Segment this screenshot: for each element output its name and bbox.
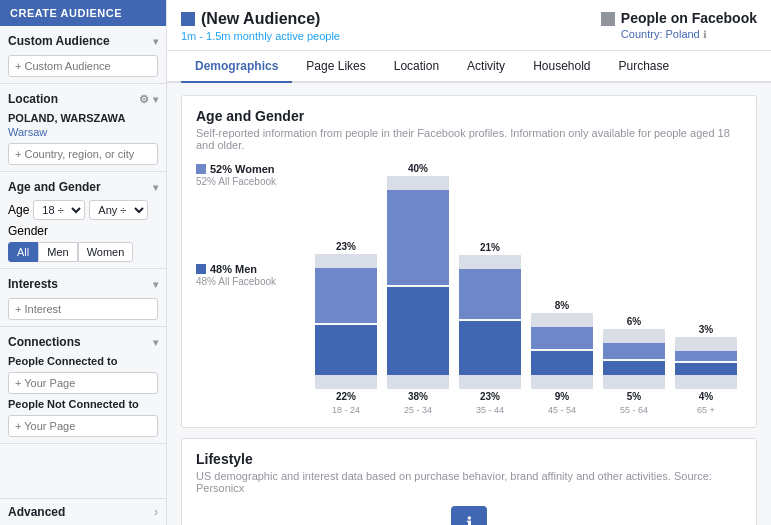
- pof-info: People on Facebook Country: Poland ℹ: [621, 10, 757, 40]
- info-icon[interactable]: ℹ: [703, 29, 707, 40]
- not-connected-to-label: People Not Connected to: [8, 398, 158, 410]
- advanced-toggle[interactable]: Advanced ›: [0, 498, 166, 525]
- bar-men: [603, 361, 665, 375]
- lifestyle-card: Lifestyle US demographic and interest da…: [181, 438, 757, 525]
- sidebar-section-age-gender: Age and Gender ▾ Age 18 ÷ Any ÷ Gender A…: [0, 172, 166, 269]
- legend-men: 48% Men 48% All Facebook: [196, 263, 296, 287]
- bar-women-bg: [459, 255, 521, 319]
- chevron-down-icon: ▾: [153, 279, 158, 290]
- tab-location[interactable]: Location: [380, 51, 453, 83]
- bar-women: [315, 268, 377, 323]
- bar-pair-18-24: 23%22%18 - 24: [315, 241, 377, 415]
- location-city[interactable]: Warsaw: [8, 126, 158, 138]
- bar-men-label: 9%: [555, 391, 569, 402]
- chart-legend: 52% Women 52% All Facebook 48% Men 48% A…: [196, 163, 296, 287]
- age-to-select[interactable]: Any ÷: [89, 200, 148, 220]
- men-allfb-label: 48% All Facebook: [196, 276, 296, 287]
- bar-women: [459, 269, 521, 319]
- bar-women-bg: [387, 176, 449, 285]
- bar-men-bg: [459, 321, 521, 389]
- age-gender-card-title: Age and Gender: [196, 108, 742, 124]
- women-color-dot: [196, 164, 206, 174]
- bar-men-label: 4%: [699, 391, 713, 402]
- location-input[interactable]: [8, 143, 158, 165]
- bar-women: [603, 343, 665, 359]
- age-range-label: 55 - 64: [620, 405, 648, 415]
- bar-men-label: 23%: [480, 391, 500, 402]
- bars-section: 23%22%18 - 2440%38%25 - 3421%23%35 - 448…: [310, 163, 742, 415]
- age-gender-card: Age and Gender Self-reported information…: [181, 95, 757, 428]
- bar-women: [531, 327, 593, 349]
- chevron-down-icon: ▾: [153, 94, 158, 105]
- tab-household[interactable]: Household: [519, 51, 604, 83]
- legend-women: 52% Women 52% All Facebook: [196, 163, 296, 187]
- sidebar-section-location: Location ⚙ ▾ POLAND, WARSZAWA Warsaw: [0, 84, 166, 172]
- connected-page-input[interactable]: [8, 372, 158, 394]
- bar-pair-55-64: 6%5%55 - 64: [603, 316, 665, 415]
- men-percent-label: 48% Men: [210, 263, 257, 275]
- bar-men-bg: [603, 361, 665, 389]
- gender-women-button[interactable]: Women: [78, 242, 134, 262]
- bar-women-label: 21%: [480, 242, 500, 253]
- audience-info: (New Audience) 1m - 1.5m monthly active …: [181, 10, 340, 42]
- audience-title-text: (New Audience): [201, 10, 320, 28]
- bar-women-label: 40%: [408, 163, 428, 174]
- chevron-down-icon: ▾: [153, 182, 158, 193]
- pof-title: People on Facebook: [621, 10, 757, 26]
- bar-women-label: 8%: [555, 300, 569, 311]
- chevron-down-icon: ▾: [153, 337, 158, 348]
- tab-demographics[interactable]: Demographics: [181, 51, 292, 83]
- age-from-select[interactable]: 18 ÷: [33, 200, 85, 220]
- age-range-label: 65 +: [697, 405, 715, 415]
- bar-women-label: 3%: [699, 324, 713, 335]
- gear-icon[interactable]: ⚙: [139, 93, 149, 106]
- bar-women-bg: [603, 329, 665, 359]
- tab-activity[interactable]: Activity: [453, 51, 519, 83]
- location-country: POLAND, WARSZAWA: [8, 112, 158, 124]
- age-gender-card-subtitle: Self-reported information from people in…: [196, 127, 742, 151]
- interest-input[interactable]: [8, 298, 158, 320]
- bar-men: [675, 363, 737, 375]
- women-allfb-label: 52% All Facebook: [196, 176, 296, 187]
- lifestyle-info-icon[interactable]: ℹ: [451, 506, 487, 525]
- interests-label: Interests: [8, 277, 58, 291]
- gender-label: Gender: [8, 224, 158, 238]
- sidebar-section-interests: Interests ▾: [0, 269, 166, 327]
- sidebar-section-connections: Connections ▾ People Connected to People…: [0, 327, 166, 444]
- content-area: Age and Gender Self-reported information…: [167, 83, 771, 525]
- location-toggle[interactable]: Location ⚙ ▾: [8, 90, 158, 108]
- pof-subtitle: Country: Poland ℹ: [621, 28, 757, 40]
- bar-men-label: 5%: [627, 391, 641, 402]
- sidebar: CREATE AUDIENCE Custom Audience ▾ Locati…: [0, 0, 167, 525]
- age-range-label: 45 - 54: [548, 405, 576, 415]
- custom-audience-input[interactable]: [8, 55, 158, 77]
- interests-toggle[interactable]: Interests ▾: [8, 275, 158, 293]
- bar-women: [387, 190, 449, 285]
- chevron-right-icon: ›: [154, 505, 158, 519]
- bar-women: [675, 351, 737, 361]
- connections-label: Connections: [8, 335, 81, 349]
- bar-women-label: 6%: [627, 316, 641, 327]
- gender-men-button[interactable]: Men: [38, 242, 77, 262]
- bar-men-bg: [387, 287, 449, 389]
- age-text-label: Age: [8, 203, 29, 217]
- bar-men-bg: [315, 325, 377, 389]
- custom-audience-toggle[interactable]: Custom Audience ▾: [8, 32, 158, 50]
- gender-all-button[interactable]: All: [8, 242, 38, 262]
- age-range-label: 18 - 24: [332, 405, 360, 415]
- pof-icon: [601, 12, 615, 26]
- bar-men: [459, 321, 521, 375]
- people-on-facebook-section: People on Facebook Country: Poland ℹ: [601, 10, 757, 40]
- bar-women-bg: [315, 254, 377, 323]
- not-connected-page-input[interactable]: [8, 415, 158, 437]
- connections-toggle[interactable]: Connections ▾: [8, 333, 158, 351]
- bar-men: [387, 287, 449, 375]
- age-gender-label: Age and Gender: [8, 180, 101, 194]
- tab-page-likes[interactable]: Page Likes: [292, 51, 379, 83]
- bar-pair-45-54: 8%9%45 - 54: [531, 300, 593, 415]
- bar-women-bg: [531, 313, 593, 349]
- age-gender-toggle[interactable]: Age and Gender ▾: [8, 178, 158, 196]
- lifestyle-title: Lifestyle: [196, 451, 742, 467]
- tab-purchase[interactable]: Purchase: [605, 51, 684, 83]
- audience-title: (New Audience): [181, 10, 340, 28]
